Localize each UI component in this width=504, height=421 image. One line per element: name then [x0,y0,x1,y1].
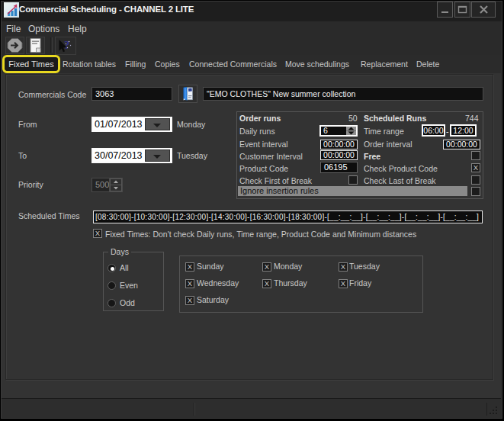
svg-text:?: ? [64,39,70,51]
